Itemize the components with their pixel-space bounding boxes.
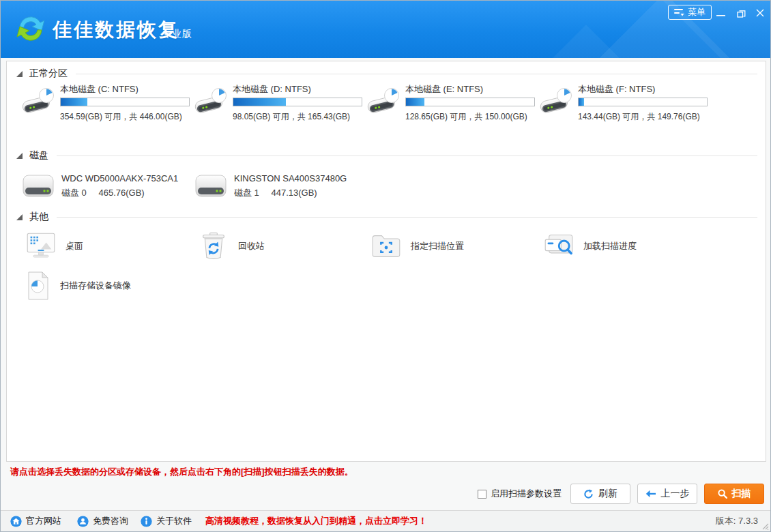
- minimize-button[interactable]: [712, 6, 729, 20]
- partition-detail: 98.05(GB) 可用，共 165.43(GB): [233, 111, 350, 123]
- partition-name: 本地磁盘 (E: NTFS): [405, 83, 483, 95]
- partition-list: 本地磁盘 (C: NTFS) 354.59(GB) 可用，共 446.00(GB…: [22, 83, 712, 128]
- resize-grip[interactable]: [762, 523, 769, 530]
- about-software-link[interactable]: 关于软件: [141, 511, 192, 531]
- section-others-title: 其他: [29, 211, 48, 223]
- checkbox-icon[interactable]: [478, 490, 486, 499]
- collapse-triangle-icon[interactable]: [16, 71, 23, 77]
- status-bar: 官方网站 免费咨询 关于软件 高清视频教程，数据恢复从入门到精通，点击立即学习！…: [1, 510, 770, 531]
- disk-item-0[interactable]: WDC WD5000AAKX-753CA1 磁盘 0 465.76(GB): [22, 172, 194, 203]
- scan-location-item[interactable]: 指定扫描位置: [367, 231, 540, 262]
- partition-usage-fill: [233, 98, 286, 106]
- partition-detail: 143.44(GB) 可用，共 149.76(GB): [578, 111, 700, 123]
- recycle-bin-label: 回收站: [238, 240, 265, 252]
- app-logo-icon: [13, 11, 48, 46]
- device-image-item[interactable]: 扫描存储设备镜像: [22, 270, 194, 301]
- disk-size: 465.76(GB): [98, 188, 144, 198]
- disk-list: WDC WD5000AAKX-753CA1 磁盘 0 465.76(GB) KI…: [22, 172, 367, 203]
- back-label: 上一步: [661, 488, 690, 500]
- refresh-label: 刷新: [598, 488, 617, 500]
- scan-label: 扫描: [732, 488, 751, 500]
- disk-item-1[interactable]: KINGSTON SA400S37480G 磁盘 1 447.13(GB): [194, 172, 367, 203]
- partition-usage-bar: [578, 98, 708, 106]
- section-disks-title: 磁盘: [29, 149, 48, 162]
- disk-model: KINGSTON SA400S37480G: [234, 173, 347, 183]
- collapse-triangle-icon[interactable]: [16, 214, 23, 220]
- about-software-label: 关于软件: [156, 515, 192, 527]
- partition-name: 本地磁盘 (F: NTFS): [578, 83, 655, 95]
- refresh-icon: [583, 489, 594, 499]
- section-divider: [57, 217, 757, 218]
- maximize-button[interactable]: [732, 6, 750, 20]
- official-site-link[interactable]: 官方网站: [10, 511, 61, 531]
- load-progress-icon: [544, 231, 574, 261]
- section-partitions-header: 正常分区: [16, 67, 757, 80]
- app-title: 佳佳数据恢复: [53, 17, 179, 43]
- load-progress-item[interactable]: 加载扫描进度: [540, 231, 712, 262]
- menu-button-label: 菜单: [688, 6, 705, 18]
- disk-index-label: 磁盘 1: [234, 188, 259, 198]
- scan-location-label: 指定扫描位置: [411, 240, 464, 252]
- partition-detail: 128.65(GB) 可用，共 150.00(GB): [405, 111, 527, 123]
- disk-info: 磁盘 1 447.13(GB): [234, 187, 317, 199]
- version-label: 版本: 7.3.3: [716, 511, 758, 531]
- close-icon: [756, 9, 764, 17]
- scan-magnifier-icon: [718, 489, 727, 499]
- scan-params-label: 启用扫描参数设置: [491, 488, 562, 500]
- chat-icon: [77, 516, 89, 527]
- refresh-button[interactable]: 刷新: [570, 484, 630, 504]
- scan-params-checkbox[interactable]: 启用扫描参数设置: [478, 484, 562, 504]
- others-list-row2: 扫描存储设备镜像: [22, 270, 194, 301]
- recycle-bin-item[interactable]: 回收站: [194, 231, 367, 262]
- free-consult-label: 免费咨询: [93, 515, 128, 527]
- collapse-triangle-icon[interactable]: [16, 153, 23, 159]
- physical-disk-icon: [22, 173, 55, 201]
- others-list-row1: 桌面 回收站: [22, 231, 712, 262]
- partition-item-f[interactable]: 本地磁盘 (F: NTFS) 143.44(GB) 可用，共 149.76(GB…: [540, 83, 712, 128]
- back-arrow-icon: [645, 490, 656, 498]
- disk-model: WDC WD5000AAKX-753CA1: [61, 173, 178, 183]
- device-image-label: 扫描存储设备镜像: [60, 280, 131, 292]
- load-progress-label: 加载扫描进度: [583, 240, 637, 252]
- desktop-label: 桌面: [66, 240, 83, 252]
- partition-name: 本地磁盘 (D: NTFS): [233, 83, 311, 95]
- partition-drive-icon: [367, 87, 403, 120]
- partition-drive-icon: [194, 87, 230, 120]
- partition-usage-bar: [233, 98, 362, 106]
- disk-size: 447.13(GB): [271, 188, 317, 198]
- home-icon: [10, 516, 22, 527]
- promo-link[interactable]: 高清视频教程，数据恢复从入门到精通，点击立即学习！: [205, 511, 427, 531]
- partition-item-d[interactable]: 本地磁盘 (D: NTFS) 98.05(GB) 可用，共 165.43(GB): [194, 83, 367, 128]
- scan-button[interactable]: 扫描: [704, 484, 764, 504]
- section-partitions-title: 正常分区: [29, 68, 68, 80]
- section-others-header: 其他: [16, 210, 757, 224]
- desktop-icon: [26, 231, 56, 261]
- back-button[interactable]: 上一步: [637, 484, 697, 504]
- scan-location-icon: [371, 231, 401, 261]
- maximize-icon: [737, 9, 746, 18]
- menu-button[interactable]: 菜单: [668, 5, 712, 20]
- partition-drive-icon: [540, 87, 575, 120]
- app-edition-label: 专业版: [162, 28, 192, 40]
- partition-usage-fill: [61, 98, 87, 106]
- desktop-item[interactable]: 桌面: [22, 231, 194, 262]
- partition-item-e[interactable]: 本地磁盘 (E: NTFS) 128.65(GB) 可用，共 150.00(GB…: [367, 83, 540, 128]
- physical-disk-icon: [194, 173, 227, 201]
- partition-item-c[interactable]: 本地磁盘 (C: NTFS) 354.59(GB) 可用，共 446.00(GB…: [22, 83, 194, 128]
- partition-usage-bar: [405, 98, 535, 106]
- official-site-label: 官方网站: [26, 515, 61, 527]
- partition-usage-fill: [579, 98, 584, 106]
- free-consult-link[interactable]: 免费咨询: [77, 511, 128, 531]
- partition-name: 本地磁盘 (C: NTFS): [60, 83, 139, 95]
- disk-index-label: 磁盘 0: [61, 188, 87, 198]
- info-icon: [141, 516, 152, 527]
- partition-drive-icon: [22, 87, 57, 120]
- section-divider: [76, 74, 757, 74]
- minimize-icon: [716, 10, 725, 17]
- close-button[interactable]: [751, 6, 769, 20]
- recycle-bin-icon: [199, 231, 229, 261]
- hint-text: 请点击选择丢失数据的分区或存储设备，然后点击右下角的[扫描]按钮扫描丢失的数据。: [10, 466, 353, 478]
- section-divider: [57, 156, 757, 156]
- title-bar: 佳佳数据恢复 专业版 菜单: [1, 1, 770, 58]
- partition-usage-fill: [406, 98, 424, 106]
